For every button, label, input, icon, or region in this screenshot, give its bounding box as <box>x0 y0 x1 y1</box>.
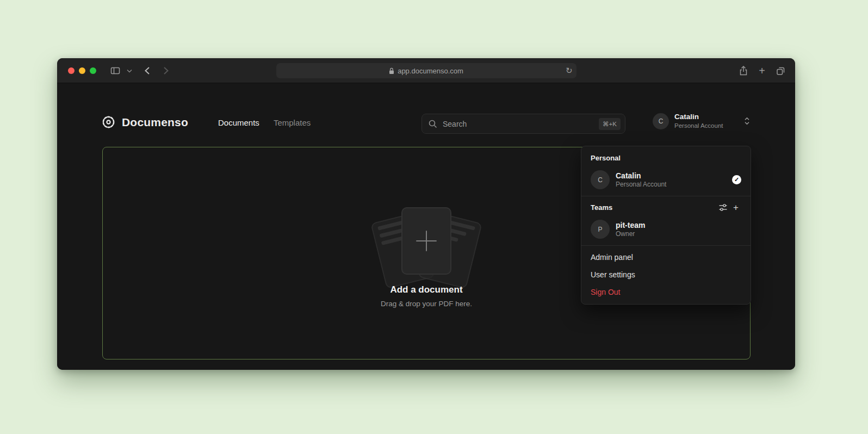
chevron-down-icon <box>127 69 132 73</box>
document-stack-illustration <box>367 200 486 287</box>
share-button[interactable] <box>735 63 752 79</box>
menu-divider <box>581 245 751 246</box>
menu-item-sign-out[interactable]: Sign Out <box>585 283 747 301</box>
plus-icon <box>416 231 437 251</box>
lock-icon <box>389 67 394 75</box>
team-name: pit-team <box>616 220 741 230</box>
document-card-center <box>401 207 451 275</box>
window-controls <box>68 67 96 74</box>
account-name: Catalin <box>674 113 739 122</box>
reload-button[interactable]: ↻ <box>566 65 573 76</box>
chevron-right-icon <box>163 66 169 75</box>
forward-button[interactable] <box>158 63 174 79</box>
team-subtitle: Owner <box>616 230 741 239</box>
account-avatar: C <box>653 113 669 129</box>
manage-teams-button[interactable] <box>716 201 729 214</box>
nav-documents[interactable]: Documents <box>218 118 259 127</box>
app-content: Documenso Documents Templates ⌘+K C Cata… <box>57 83 795 370</box>
menu-item-team[interactable]: P pit-team Owner <box>585 216 747 243</box>
browser-window: app.documenso.com ↻ + <box>57 58 795 370</box>
personal-subtitle: Personal Account <box>616 181 726 189</box>
main-nav: Documents Templates <box>218 118 311 127</box>
selected-check-icon: ✓ <box>732 175 741 184</box>
url-text: app.documenso.com <box>398 67 463 75</box>
team-avatar: P <box>591 220 610 239</box>
chevron-left-icon <box>144 66 150 75</box>
menu-item-user-settings[interactable]: User settings <box>585 266 747 283</box>
nav-templates[interactable]: Templates <box>274 118 311 127</box>
address-bar[interactable]: app.documenso.com ↻ <box>276 63 576 78</box>
add-team-button[interactable]: + <box>729 201 742 214</box>
search-bar: ⌘+K <box>421 114 625 134</box>
browser-toolbar: app.documenso.com ↻ + <box>57 58 795 83</box>
sliders-icon <box>718 203 728 212</box>
documenso-logo-icon <box>101 115 116 129</box>
menu-divider <box>581 196 751 196</box>
personal-avatar: C <box>591 170 610 189</box>
brand[interactable]: Documenso <box>101 115 188 129</box>
sidebar-icon <box>110 65 121 76</box>
sidebar-toggle-button[interactable] <box>107 63 123 79</box>
toolbar-chevron-button[interactable] <box>125 63 134 79</box>
brand-name: Documenso <box>122 116 188 129</box>
minimize-window-button[interactable] <box>79 67 85 74</box>
tabs-icon <box>776 66 786 76</box>
search-shortcut-badge: ⌘+K <box>599 118 621 130</box>
chevron-up-down-icon <box>744 116 750 126</box>
back-button[interactable] <box>139 63 155 79</box>
search-input[interactable] <box>422 114 625 133</box>
menu-section-teams: Teams + <box>585 199 747 216</box>
share-icon <box>739 65 748 76</box>
tab-overview-button[interactable] <box>772 63 789 79</box>
teams-label: Teams <box>585 199 716 216</box>
account-subtitle: Personal Account <box>674 122 739 129</box>
zoom-window-button[interactable] <box>90 67 96 74</box>
new-tab-button[interactable]: + <box>754 63 770 79</box>
account-menu-trigger[interactable]: C Catalin Personal Account <box>653 113 750 129</box>
desktop-background: app.documenso.com ↻ + <box>0 0 868 434</box>
menu-section-personal: Personal <box>585 150 747 166</box>
menu-item-admin-panel[interactable]: Admin panel <box>585 249 747 266</box>
menu-item-personal-account[interactable]: C Catalin Personal Account ✓ <box>585 166 747 193</box>
personal-name: Catalin <box>616 171 726 181</box>
close-window-button[interactable] <box>68 67 75 74</box>
account-dropdown-menu: Personal C Catalin Personal Account ✓ Te… <box>581 146 751 305</box>
